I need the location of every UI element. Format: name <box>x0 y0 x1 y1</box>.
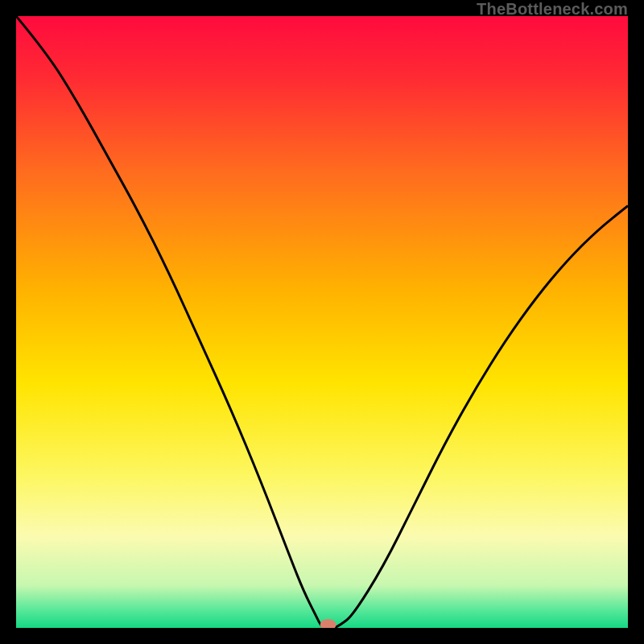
gradient-background <box>16 16 628 628</box>
chart-frame: TheBottleneck.com <box>0 0 644 644</box>
plot-area <box>16 16 628 628</box>
watermark-text: TheBottleneck.com <box>477 0 628 19</box>
bottleneck-chart <box>16 16 628 628</box>
